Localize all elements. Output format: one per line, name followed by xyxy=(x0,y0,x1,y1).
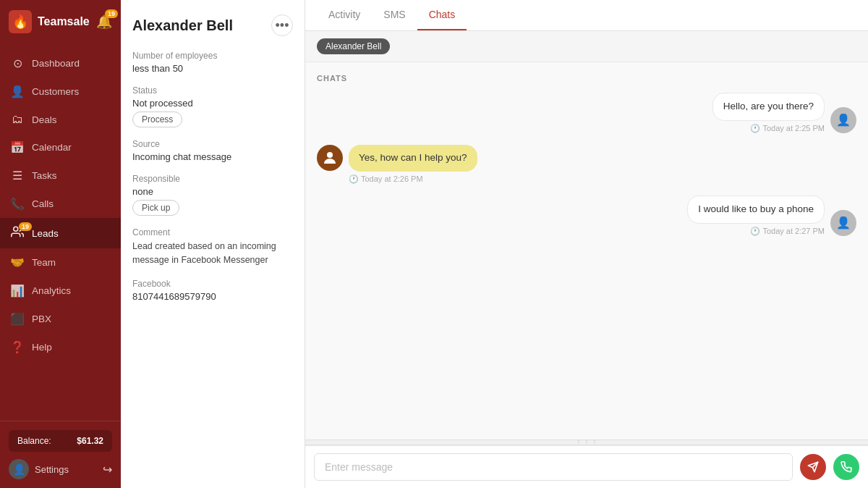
balance-display: Balance: $61.32 xyxy=(9,430,112,452)
logout-icon[interactable]: ↪ xyxy=(103,463,112,476)
field-label: Responsible xyxy=(132,174,293,184)
bubble-col: I would like to buy a phone 🕐 Today at 2… xyxy=(687,195,825,236)
field-value: Incoming chat message xyxy=(132,151,293,162)
message-1: Hello, are you there? 🕐 Today at 2:25 PM… xyxy=(317,93,856,133)
detail-panel: Alexander Bell ••• Number of employees l… xyxy=(121,0,305,488)
field-facebook: Facebook 8107441689579790 xyxy=(132,279,293,302)
tabs-bar: Activity SMS Chats xyxy=(305,0,868,31)
field-comment: Comment Lead created based on an incomin… xyxy=(132,227,293,267)
avatar: 👤 xyxy=(9,459,29,479)
team-icon: 🤝 xyxy=(10,256,25,269)
bubble-col: Hello, are you there? 🕐 Today at 2:25 PM xyxy=(712,93,825,133)
clock-icon: 🕐 xyxy=(349,174,359,184)
sidebar-item-team[interactable]: 🤝 Team xyxy=(0,248,121,277)
chat-bubble-sent: Yes, how can I help you? xyxy=(349,145,477,172)
help-icon: ❓ xyxy=(10,340,25,354)
sidebar-item-customers[interactable]: 👤 Customers xyxy=(0,77,121,106)
sidebar-item-label: Team xyxy=(32,257,56,268)
sidebar-item-label: Calls xyxy=(32,198,54,209)
sidebar-item-leads[interactable]: 19 Leads xyxy=(0,218,121,248)
sidebar-item-label: Calendar xyxy=(32,142,72,153)
field-value: Not processed xyxy=(132,98,293,109)
agent-avatar: 👤 xyxy=(830,107,856,133)
sidebar-header: 🔥 Teamsale 🔔 19 xyxy=(0,0,121,43)
field-label: Status xyxy=(132,85,293,96)
balance-amount: $61.32 xyxy=(77,436,103,446)
sidebar-item-label: Leads xyxy=(32,228,59,239)
tab-activity[interactable]: Activity xyxy=(317,0,372,30)
sidebar-item-analytics[interactable]: 📊 Analytics xyxy=(0,277,121,305)
message-input[interactable] xyxy=(314,453,793,481)
sidebar-item-pbx[interactable]: ⬛ PBX xyxy=(0,305,121,333)
clock-icon: 🕐 xyxy=(750,124,760,133)
sidebar-item-help[interactable]: ❓ Help xyxy=(0,333,121,361)
sidebar-item-calendar[interactable]: 📅 Calendar xyxy=(0,133,121,161)
field-source: Source Incoming chat message xyxy=(132,139,293,162)
process-button[interactable]: Process xyxy=(132,112,182,127)
notification-count: 19 xyxy=(105,9,118,18)
contact-tag-bar: Alexander Bell xyxy=(305,31,868,62)
field-value: 8107441689579790 xyxy=(132,291,293,302)
leads-badge: 19 xyxy=(19,222,32,231)
more-options-button[interactable]: ••• xyxy=(271,14,293,36)
analytics-icon: 📊 xyxy=(10,284,25,298)
detail-header: Alexander Bell ••• xyxy=(132,14,293,36)
chat-bubble-received: Hello, are you there? xyxy=(712,93,825,121)
tab-sms[interactable]: SMS xyxy=(372,0,417,30)
pick-up-button[interactable]: Pick up xyxy=(132,200,179,216)
clock-icon: 🕐 xyxy=(750,227,760,236)
contact-name: Alexander Bell xyxy=(132,17,233,34)
field-employees: Number of employees less than 50 xyxy=(132,51,293,74)
chat-bubble-received: I would like to buy a phone xyxy=(687,195,825,224)
chat-area: CHATS Hello, are you there? 🕐 Today at 2… xyxy=(305,62,868,488)
sidebar-item-label: Analytics xyxy=(32,285,71,296)
field-value: less than 50 xyxy=(132,63,293,74)
sidebar-item-calls[interactable]: 📞 Calls xyxy=(0,190,121,218)
settings-label: Settings xyxy=(35,464,97,475)
bubble-time: 🕐 Today at 2:27 PM xyxy=(750,227,825,236)
message-input-bar xyxy=(305,445,868,488)
field-label: Facebook xyxy=(132,279,293,289)
tab-chats[interactable]: Chats xyxy=(417,0,467,30)
sidebar-item-label: Deals xyxy=(32,114,57,125)
bubble-time: 🕐 Today at 2:25 PM xyxy=(750,124,825,133)
drag-handle[interactable]: ⋮⋮⋮ xyxy=(305,439,868,445)
sidebar-footer: Balance: $61.32 👤 Settings ↪ xyxy=(0,421,121,488)
field-label: Comment xyxy=(132,227,293,237)
sidebar-item-label: Tasks xyxy=(32,170,57,181)
contact-tag: Alexander Bell xyxy=(317,38,390,54)
calls-icon: 📞 xyxy=(10,197,25,211)
pbx-icon: ⬛ xyxy=(10,312,25,326)
send-button[interactable] xyxy=(800,454,826,480)
deals-icon: 🗂 xyxy=(10,113,25,126)
message-3: I would like to buy a phone 🕐 Today at 2… xyxy=(317,195,856,236)
sidebar-item-deals[interactable]: 🗂 Deals xyxy=(0,106,121,133)
sidebar-item-tasks[interactable]: ☰ Tasks xyxy=(0,161,121,190)
agent-avatar: 👤 xyxy=(830,210,856,236)
svg-point-1 xyxy=(327,152,333,158)
sidebar-item-label: Customers xyxy=(32,86,79,97)
time-text: Today at 2:27 PM xyxy=(762,227,825,235)
tasks-icon: ☰ xyxy=(10,169,25,182)
chat-messages: CHATS Hello, are you there? 🕐 Today at 2… xyxy=(305,62,868,439)
calendar-icon: 📅 xyxy=(10,140,25,154)
time-text: Today at 2:25 PM xyxy=(762,124,825,132)
notification-bell[interactable]: 🔔 19 xyxy=(96,14,112,30)
bubble-col: Yes, how can I help you? 🕐 Today at 2:26… xyxy=(349,145,477,184)
customers-icon: 👤 xyxy=(10,85,25,98)
field-responsible: Responsible none Pick up xyxy=(132,174,293,216)
main-content: Activity SMS Chats Alexander Bell CHATS … xyxy=(305,0,868,488)
message-2: Yes, how can I help you? 🕐 Today at 2:26… xyxy=(317,145,856,184)
sidebar-item-label: Dashboard xyxy=(32,58,80,69)
svg-point-0 xyxy=(14,227,18,231)
dashboard-icon: ⊙ xyxy=(10,56,25,70)
call-button[interactable] xyxy=(833,454,859,480)
time-text: Today at 2:26 PM xyxy=(361,174,423,183)
sidebar-item-dashboard[interactable]: ⊙ Dashboard xyxy=(0,49,121,77)
app-name: Teamsale xyxy=(38,15,90,28)
chats-section-label: CHATS xyxy=(317,74,856,83)
field-value: none xyxy=(132,186,293,197)
settings-row[interactable]: 👤 Settings ↪ xyxy=(9,459,112,479)
sidebar-nav: ⊙ Dashboard 👤 Customers 🗂 Deals 📅 Calend… xyxy=(0,43,121,421)
field-value: Lead created based on an incoming messag… xyxy=(132,240,293,267)
